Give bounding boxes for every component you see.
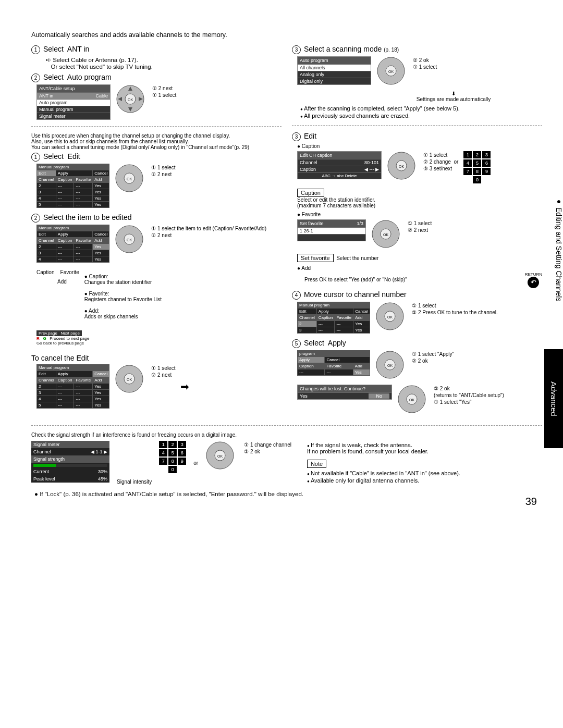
- svg-text:OK: OK: [387, 315, 393, 319]
- add-desc: Press OK to select "Yes (add)" or "No (s…: [304, 277, 407, 282]
- defs: ● Caption: Changes the station identifie…: [84, 268, 162, 325]
- step5: 5 Select Apply: [292, 339, 542, 348]
- favorite-sub: Favorite: [302, 212, 321, 217]
- note-label: Note: [307, 460, 326, 468]
- svg-text:OK: OK: [388, 70, 394, 73]
- auto-bullet-1: After the scanning is completed, select …: [300, 105, 542, 112]
- cancel-dialog-annot: ② 2 ok (returns to "ANT/Cable setup") ① …: [434, 385, 504, 406]
- manual-intro: Use this procedure when changing the cha…: [31, 133, 282, 150]
- step2: 2 Select Auto program: [31, 73, 282, 82]
- svg-text:OK: OK: [409, 398, 414, 402]
- cancel-table: Manual program EditApplyCancel ChannelCa…: [36, 364, 109, 409]
- or-label: or: [193, 460, 198, 466]
- svg-text:OK: OK: [387, 364, 393, 367]
- add-row: ● Add: [297, 265, 542, 271]
- step4: 4 Move cursor to channel number: [292, 290, 542, 300]
- lock-note: ● If "Lock" (p. 36) is activated and "AN…: [31, 491, 542, 497]
- fav-annot: ① 1 select ② 2 next: [408, 219, 432, 234]
- side-category: Advanced: [549, 381, 558, 416]
- setfav-def: Set favorite Select the number: [297, 254, 542, 262]
- cancel-annot: ① 1 select ② 2 next: [151, 364, 175, 379]
- dpad-icon: OK: [115, 364, 144, 393]
- dpad-icon: OK: [376, 56, 406, 85]
- svg-text:OK: OK: [399, 165, 404, 168]
- cancel-title: To cancel the Edit: [31, 354, 282, 362]
- step1: 1 Select ANT in: [31, 45, 282, 54]
- signal-bullet: If the signal is weak, check the antenna…: [307, 442, 542, 454]
- step5-table: program ApplyCancel CaptionFavoriteAdd -…: [297, 350, 370, 376]
- manual-program-table-2: Manual program EditApplyCancel ChannelCa…: [36, 225, 109, 263]
- signal-intensity-label: Signal intensity: [117, 479, 152, 485]
- svg-text:OK: OK: [217, 454, 223, 458]
- ant-cable-menu: ANT/Cable setup ANT inCable Auto program…: [36, 84, 111, 120]
- step1-sub: ➪ Select Cable or Antenna (p. 17). Or se…: [46, 56, 282, 70]
- column-labels: Caption Favorite Add: [36, 268, 79, 287]
- dpad-icon: OK: [116, 84, 145, 114]
- side-tab: ● Editing and Setting Channels Advanced: [544, 193, 563, 396]
- edit-ch-caption-menu: Edit CH caption Channel80-101 Caption◀ -…: [297, 151, 382, 179]
- svg-text:OK: OK: [127, 238, 132, 242]
- auto-downarrow: ⬇Settings are made automatically: [365, 91, 542, 102]
- auto-bullet-2: All previously saved channels are erased…: [300, 113, 542, 119]
- mstep2-annot: ① 1 select the item to edit (Caption/ Fa…: [151, 225, 266, 239]
- dpad-icon: OK: [205, 441, 235, 470]
- return-icon: ↶: [528, 277, 539, 288]
- signal-meter-panel: Signal meter Channel◀ 1-1 ▶ Signal stren…: [31, 441, 109, 483]
- signal-note-2: Available only for digital antenna chann…: [307, 477, 542, 484]
- mstep1: 1 Select Edit: [31, 152, 282, 162]
- edit3-annot: ① 1 select ② 2 change or ③ 3 set/next: [423, 151, 458, 172]
- step4-annot: ① 1 select ② 2 Press OK to tune to the c…: [412, 302, 498, 316]
- number-keypad: 123 456 789 0: [159, 441, 186, 473]
- auto-program-menu: Auto program All channels Analog only Di…: [297, 56, 371, 85]
- svg-text:OK: OK: [127, 177, 132, 181]
- mstep1-annot: ① 1 select ② 2 next: [151, 164, 175, 178]
- page-number: 39: [525, 496, 537, 508]
- signal-note-1: Not available if "Cable" is selected in …: [307, 470, 542, 476]
- step2-annot: ② 2 next ① 1 select: [152, 84, 176, 99]
- svg-text:OK: OK: [127, 378, 132, 381]
- svg-text:OK: OK: [128, 98, 133, 102]
- arrow-icon: ➡: [180, 380, 189, 393]
- step3: 3 Select a scanning mode (p. 18): [292, 45, 542, 54]
- svg-text:OK: OK: [383, 233, 388, 237]
- dpad-icon: OK: [115, 225, 144, 254]
- dpad-icon: OK: [375, 350, 405, 379]
- caption-sub: Caption: [302, 143, 320, 149]
- step4-table: Manual program EditApplyCancel ChannelCa…: [297, 302, 370, 334]
- manual-program-table: Manual program EditApplyCancel ChannelCa…: [36, 164, 109, 208]
- signal-intro: Check the signal strength if an interfer…: [31, 432, 542, 438]
- edit3: 3 Edit: [292, 132, 542, 141]
- dpad-icon: OK: [375, 302, 405, 331]
- set-favorite-menu: Set favorite1/3 1 26-1: [297, 219, 366, 241]
- step3-annot: ② 2 ok ① 1 select: [413, 56, 437, 71]
- dpad-icon: OK: [397, 385, 426, 414]
- dpad-icon: OK: [387, 151, 416, 180]
- number-keypad: 123 456 789 0: [463, 151, 491, 183]
- dpad-icon: OK: [371, 219, 400, 249]
- signal-annot: ① 1 change channel ② 2 ok: [244, 441, 291, 455]
- dpad-icon: OK: [115, 164, 144, 193]
- caption-def: Caption Select or edit the station ident…: [297, 189, 542, 208]
- intro-text: Automatically searches and adds availabl…: [31, 31, 542, 39]
- step5-annot: ① 1 select "Apply" ② 2 ok: [412, 350, 454, 365]
- mstep2: 2 Select the item to be edited: [31, 213, 282, 223]
- cancel-dialog: Changes will be lost. Continue? YesNo: [297, 385, 392, 400]
- page-nav-hint: Prev.page Next page R G Proceed to next …: [36, 330, 282, 346]
- side-section: Editing and Setting Channels: [555, 207, 563, 302]
